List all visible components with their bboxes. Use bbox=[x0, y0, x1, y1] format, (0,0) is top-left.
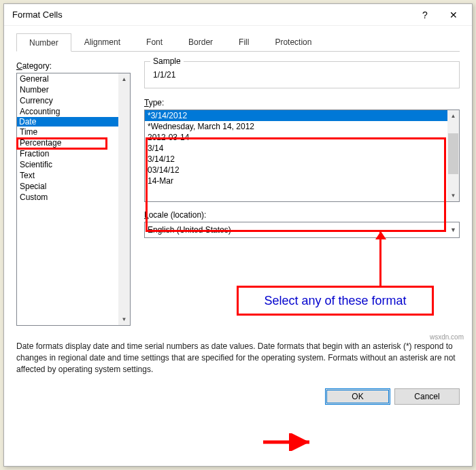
description-text: Date formats display date and time seria… bbox=[16, 341, 460, 375]
titlebar-buttons: ? ✕ bbox=[411, 5, 468, 24]
scroll-thumb[interactable] bbox=[448, 133, 458, 174]
list-item[interactable]: *Wednesday, March 14, 2012 bbox=[145, 121, 459, 132]
sample-value: 1/1/21 bbox=[152, 67, 452, 82]
list-item[interactable]: Custom bbox=[17, 192, 130, 203]
locale-dropdown[interactable]: English (United States) ▼ bbox=[144, 222, 460, 238]
tab-protection[interactable]: Protection bbox=[262, 33, 324, 51]
help-icon: ? bbox=[422, 10, 428, 20]
button-row: OK Cancel bbox=[4, 382, 472, 414]
titlebar: Format Cells ? ✕ bbox=[4, 4, 472, 26]
tab-border[interactable]: Border bbox=[175, 33, 226, 51]
list-item[interactable]: Text bbox=[17, 170, 130, 181]
list-item[interactable]: Scientific bbox=[17, 159, 130, 170]
list-item[interactable]: 2012-03-14 bbox=[145, 132, 459, 143]
scroll-up-icon[interactable]: ▲ bbox=[447, 110, 459, 122]
category-label: Category: bbox=[16, 61, 132, 71]
sample-label: Sample bbox=[150, 56, 184, 66]
list-item[interactable]: Percentage bbox=[17, 137, 130, 148]
tab-number[interactable]: Number bbox=[16, 33, 71, 52]
ok-button[interactable]: OK bbox=[325, 388, 390, 405]
close-icon: ✕ bbox=[449, 10, 458, 20]
list-item[interactable]: Accounting bbox=[17, 106, 130, 117]
left-column: Category: General Number Currency Accoun… bbox=[16, 61, 132, 326]
locale-value: English (United States) bbox=[148, 225, 231, 235]
list-item[interactable]: 3/14 bbox=[145, 143, 459, 154]
list-item[interactable]: 3/14/12 bbox=[145, 154, 459, 165]
list-item[interactable]: 14-Mar bbox=[145, 175, 459, 186]
scroll-down-icon[interactable]: ▼ bbox=[447, 190, 459, 201]
category-listbox[interactable]: General Number Currency Accounting Date … bbox=[16, 73, 131, 326]
tab-font[interactable]: Font bbox=[133, 33, 175, 51]
list-item[interactable]: 03/14/12 bbox=[145, 165, 459, 175]
content-area: Number Alignment Font Border Fill Protec… bbox=[4, 26, 472, 382]
scroll-up-icon[interactable]: ▲ bbox=[118, 73, 130, 85]
list-item[interactable]: Currency bbox=[17, 95, 130, 106]
list-item-selected[interactable]: *3/14/2012 bbox=[145, 110, 459, 121]
type-label: Type: bbox=[144, 98, 460, 107]
format-cells-dialog: Format Cells ? ✕ Number Alignment Font B… bbox=[3, 3, 473, 467]
tab-body: Category: General Number Currency Accoun… bbox=[16, 52, 460, 335]
close-button[interactable]: ✕ bbox=[439, 5, 468, 24]
chevron-down-icon: ▼ bbox=[450, 226, 456, 233]
tab-fill[interactable]: Fill bbox=[226, 33, 262, 51]
list-item[interactable]: Fraction bbox=[17, 148, 130, 159]
scrollbar[interactable]: ▲ ▼ bbox=[118, 73, 130, 325]
dialog-title: Format Cells bbox=[12, 10, 63, 20]
list-item[interactable]: Number bbox=[17, 84, 130, 95]
list-item-selected[interactable]: Date bbox=[17, 117, 130, 127]
help-button[interactable]: ? bbox=[411, 5, 439, 24]
sample-group: Sample 1/1/21 bbox=[144, 61, 460, 88]
type-listbox[interactable]: *3/14/2012 *Wednesday, March 14, 2012 20… bbox=[144, 110, 460, 202]
tab-alignment[interactable]: Alignment bbox=[71, 33, 133, 51]
scroll-down-icon[interactable]: ▼ bbox=[118, 314, 130, 325]
locale-label: Locale (location): bbox=[144, 210, 460, 220]
cancel-button[interactable]: Cancel bbox=[394, 388, 460, 405]
tab-strip: Number Alignment Font Border Fill Protec… bbox=[16, 33, 460, 52]
right-column: Sample 1/1/21 Type: *3/14/2012 *Wednesda… bbox=[144, 61, 460, 326]
list-item[interactable]: Special bbox=[17, 181, 130, 192]
list-item[interactable]: Time bbox=[17, 127, 130, 137]
scrollbar[interactable]: ▲ ▼ bbox=[447, 110, 459, 201]
list-item[interactable]: General bbox=[17, 73, 130, 84]
